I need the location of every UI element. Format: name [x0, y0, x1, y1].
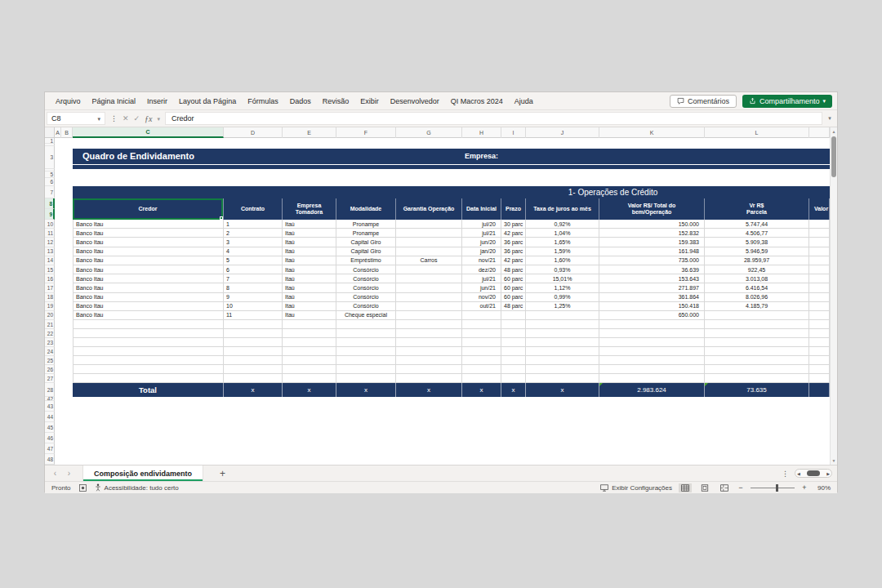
scroll-right-icon[interactable]: ▶ [826, 471, 830, 476]
column-header-K[interactable]: K [599, 127, 705, 138]
cell[interactable] [396, 265, 462, 274]
cell[interactable] [809, 338, 830, 347]
sheet-tab-composicao-endividamento[interactable]: Composição endividamento [82, 466, 203, 481]
cell[interactable]: 152.832 [599, 229, 705, 238]
cell[interactable]: 1,04% [526, 229, 599, 238]
tab-scroll-left-icon[interactable]: ‹ [48, 469, 62, 478]
row-header-43[interactable]: 43 [45, 401, 55, 412]
cell[interactable]: 36.639 [599, 265, 705, 274]
cell[interactable]: 36 parc [501, 238, 526, 247]
row-header-21[interactable]: 21 [45, 320, 55, 329]
cell[interactable] [396, 238, 462, 247]
cell[interactable]: Itaú [283, 265, 336, 274]
row-header-17[interactable]: 17 [45, 283, 55, 292]
cell[interactable] [809, 293, 830, 302]
cell[interactable]: 5 [224, 256, 283, 265]
column-header-H[interactable]: H [462, 127, 501, 138]
cell[interactable] [526, 374, 599, 383]
cell[interactable] [336, 356, 396, 365]
cell[interactable]: Itaú [283, 283, 336, 292]
cell[interactable]: jun/20 [462, 238, 501, 247]
cell[interactable] [809, 274, 830, 283]
row-header-8[interactable]: 8 [45, 198, 55, 209]
formula-input[interactable]: Credor [165, 112, 822, 125]
cell[interactable] [501, 347, 526, 356]
cell[interactable]: Consórcio [336, 265, 396, 274]
cell[interactable] [396, 302, 462, 311]
cell[interactable] [526, 338, 599, 347]
row-header-14[interactable]: 14 [45, 256, 55, 265]
cell[interactable]: 1 [224, 220, 283, 229]
cell[interactable]: 15,01% [526, 274, 599, 283]
cell[interactable]: 42 parc [501, 229, 526, 238]
row-header-24[interactable]: 24 [45, 347, 55, 356]
cell[interactable] [73, 365, 224, 374]
cell[interactable] [462, 347, 501, 356]
cell[interactable]: Itaú [283, 220, 336, 229]
cell[interactable]: 159.383 [599, 238, 705, 247]
cell[interactable]: Consórcio [336, 302, 396, 311]
cell[interactable]: 150.418 [599, 302, 705, 311]
cell[interactable] [224, 356, 283, 365]
cell[interactable] [396, 293, 462, 302]
cell[interactable]: 5.946,59 [705, 247, 809, 256]
confirm-entry-icon[interactable]: ✓ [134, 114, 140, 122]
cell[interactable]: Consórcio [336, 283, 396, 292]
formula-bar-expand-icon[interactable]: ▾ [822, 115, 837, 122]
row-header-28[interactable]: 28 [45, 383, 55, 397]
cell[interactable] [224, 347, 283, 356]
column-header-A[interactable]: A [55, 127, 61, 138]
cell[interactable]: jul/21 [462, 229, 501, 238]
horizontal-scroll-thumb[interactable] [807, 470, 820, 476]
cell[interactable]: Banco Itau [73, 238, 224, 247]
menu-layout-da-página[interactable]: Layout da Página [173, 97, 242, 105]
cell[interactable] [705, 356, 809, 365]
row-header-48[interactable]: 48 [45, 454, 55, 465]
scroll-down-icon[interactable]: ▼ [831, 457, 837, 465]
cell[interactable]: 10 [224, 302, 283, 311]
cell[interactable]: 1,59% [526, 247, 599, 256]
insert-function-icon[interactable]: ƒx [145, 114, 152, 123]
row-header-18[interactable]: 18 [45, 293, 55, 302]
display-settings-button[interactable]: Exibir Configurações [600, 484, 672, 492]
view-page-layout-button[interactable] [698, 483, 711, 492]
zoom-level[interactable]: 90% [814, 484, 831, 492]
cell[interactable] [396, 329, 462, 338]
accessibility-status[interactable]: Acessibilidade: tudo certo [95, 483, 179, 492]
cell[interactable]: 4 [224, 247, 283, 256]
menu-arquivo[interactable]: Arquivo [50, 97, 87, 105]
cell[interactable]: 28.959,97 [705, 256, 809, 265]
cell[interactable] [73, 329, 224, 338]
cell[interactable]: Empréstimo [336, 256, 396, 265]
cell[interactable] [283, 338, 336, 347]
menu-revisão[interactable]: Revisão [317, 97, 355, 105]
cell[interactable] [73, 347, 224, 356]
cell[interactable] [336, 338, 396, 347]
vertical-scroll-thumb[interactable] [831, 136, 836, 177]
cell[interactable] [526, 365, 599, 374]
menu-desenvolvedor[interactable]: Desenvolvedor [385, 97, 445, 105]
cell[interactable] [73, 374, 224, 383]
column-header-E[interactable]: E [283, 127, 336, 138]
cell[interactable] [336, 374, 396, 383]
cell[interactable]: 36 parc [501, 247, 526, 256]
cell[interactable] [705, 365, 809, 374]
cell[interactable] [705, 311, 809, 320]
cell[interactable] [705, 338, 809, 347]
cell[interactable]: 650.000 [599, 311, 705, 320]
cell[interactable]: 922,45 [705, 265, 809, 274]
cell[interactable] [462, 365, 501, 374]
cell[interactable] [705, 329, 809, 338]
cell[interactable] [462, 338, 501, 347]
cell[interactable]: 1,65% [526, 238, 599, 247]
cell[interactable]: Banco Itau [73, 293, 224, 302]
cell[interactable]: 4.506,77 [705, 229, 809, 238]
cell[interactable]: jul/21 [462, 274, 501, 283]
zoom-slider-thumb[interactable] [776, 484, 778, 492]
cell[interactable] [336, 329, 396, 338]
total-cell[interactable]: x [462, 383, 501, 397]
cell[interactable] [396, 338, 462, 347]
cell[interactable] [283, 356, 336, 365]
cell[interactable]: 6 [224, 265, 283, 274]
cell[interactable]: Pronampe [336, 229, 396, 238]
